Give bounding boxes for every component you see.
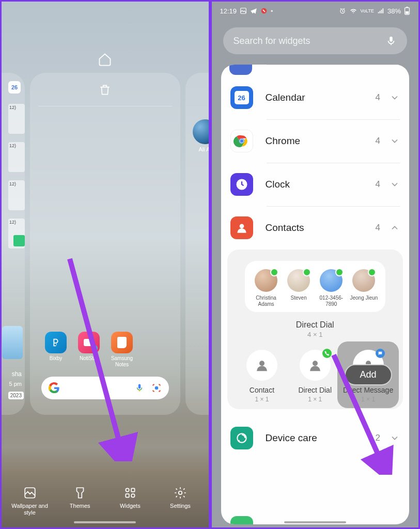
widget-row-chrome[interactable]: Chrome 4 [221, 119, 410, 163]
chevron-down-icon [390, 179, 400, 190]
dd-title: Direct Dial [234, 320, 397, 330]
weather-thumbnail [2, 326, 23, 359]
row-peek-icon [229, 65, 252, 75]
chevron-down-icon [390, 433, 400, 443]
panel-divider [38, 106, 172, 106]
tile-contact[interactable]: Contact 1 × 1 [236, 350, 289, 403]
battery-percent: 38% [387, 7, 401, 15]
calendar-day-item: 12) [8, 180, 25, 210]
right-screenshot: 12:19 • VoLTE 38% Search for widgets 26 [210, 0, 421, 529]
gear-icon [174, 486, 187, 500]
chevron-up-icon [390, 223, 400, 233]
widget-search-bar[interactable]: Search for widgets [223, 27, 408, 54]
calendar-app-icon: 26 [230, 86, 253, 109]
app-notistar[interactable]: NotiStar [74, 332, 103, 367]
tile-direct-dial[interactable]: Direct Dial 1 × 1 [288, 350, 341, 403]
app-label: Bixby [50, 355, 62, 362]
chevron-down-icon [390, 136, 400, 146]
home-panel-next[interactable]: Ali Air [185, 73, 210, 415]
svg-point-2 [154, 386, 158, 390]
calendar-event-chip [13, 235, 25, 246]
dd-contact: 012-3456-7890 [315, 269, 348, 307]
svg-point-20 [240, 139, 243, 143]
app-bixby[interactable]: Bixby [41, 332, 70, 367]
home-panel-prev[interactable]: 26 12) 12) 12) 12) sha 5 pm 2023 [0, 73, 25, 415]
search-placeholder: Search for widgets [234, 36, 310, 46]
weather-time: 5 pm [9, 381, 22, 387]
svg-point-8 [179, 491, 182, 494]
mic-icon[interactable] [385, 35, 397, 46]
direct-dial-preview[interactable]: Christina Adams Steven 012-3456-7890 Jeo… [245, 261, 386, 312]
status-bar: 12:19 • VoLTE 38% [212, 2, 419, 20]
svg-point-24 [313, 361, 318, 366]
wallpaper-style-button[interactable]: Wallpaper and style [7, 486, 53, 516]
widget-row-clock[interactable]: Clock 4 [221, 163, 410, 206]
row-peek-icon [230, 516, 253, 524]
settings-button[interactable]: Settings [158, 486, 203, 516]
contacts-app-icon [230, 216, 253, 239]
dd-contact: Jeong Jieun [348, 269, 380, 307]
dd-size: 4 × 1 [234, 331, 397, 338]
app-label: Samsung Notes [107, 355, 136, 367]
battery-icon [404, 7, 410, 15]
left-screenshot: 26 12) 12) 12) 12) sha 5 pm 2023 Bixby [0, 0, 210, 529]
google-mic-icon[interactable] [135, 383, 144, 393]
block-status-icon [260, 7, 268, 14]
weather-year: 2023 [8, 392, 24, 399]
contact-avatar [193, 119, 210, 144]
app-label: NotiStar [80, 355, 98, 362]
telegram-status-icon [250, 7, 257, 14]
calendar-day-item: 12) [8, 104, 25, 134]
samsung-notes-icon [111, 332, 133, 353]
google-search-bar[interactable] [41, 377, 169, 399]
contacts-expanded: Christina Adams Steven 012-3456-7890 Jeo… [227, 250, 403, 409]
tile-direct-message[interactable]: Add Direct Message 1 × 1 [341, 350, 395, 403]
gesture-bar[interactable] [74, 521, 136, 523]
add-button[interactable]: Add [345, 364, 392, 385]
google-lens-icon[interactable] [151, 383, 162, 393]
volte-status-icon: VoLTE [361, 9, 374, 13]
themes-icon [73, 486, 87, 500]
bixby-icon [45, 332, 67, 353]
svg-rect-17 [390, 37, 393, 42]
themes-button[interactable]: Themes [57, 486, 103, 516]
wallpaper-icon [23, 486, 37, 500]
svg-rect-5 [131, 488, 134, 492]
widget-tiles: Contact 1 × 1 Direct Dial 1 × 1 [234, 350, 397, 403]
widgets-icon [123, 486, 137, 500]
gesture-bar[interactable] [284, 521, 346, 523]
home-panel-current[interactable]: Bixby NotiStar Samsung Notes [30, 73, 180, 415]
svg-rect-16 [406, 11, 409, 14]
trash-icon[interactable] [98, 83, 112, 97]
svg-point-22 [239, 224, 244, 228]
device-care-app-icon [230, 427, 253, 449]
dd-contact: Christina Adams [250, 269, 283, 307]
notistar-icon [78, 332, 100, 353]
svg-point-23 [259, 361, 265, 366]
person-icon [246, 350, 277, 381]
svg-rect-0 [138, 384, 141, 389]
google-g-icon [49, 382, 60, 394]
widget-picker-sheet: 26 Calendar 4 Chrome 4 Clock 4 [221, 65, 410, 524]
chrome-app-icon [230, 130, 253, 152]
calendar-day-item: 12) [8, 142, 25, 172]
widgets-button[interactable]: Widgets [107, 486, 153, 516]
gallery-status-icon [240, 7, 247, 14]
calendar-badge-icon: 26 [8, 81, 21, 94]
dd-contact: Steven [283, 269, 315, 307]
weather-label: sha [12, 370, 22, 378]
svg-rect-6 [126, 494, 129, 497]
home-icon[interactable] [98, 52, 112, 67]
svg-point-4 [126, 488, 129, 492]
widget-row-device-care[interactable]: Device care 2 [221, 416, 410, 460]
person-call-icon [300, 350, 331, 381]
home-edit-toolbar: Wallpaper and style Themes Widgets Setti… [2, 486, 209, 516]
svg-point-7 [131, 494, 134, 497]
contact-name: Ali Air [185, 146, 210, 152]
app-row: Bixby NotiStar Samsung Notes [41, 332, 136, 367]
widget-row-contacts[interactable]: Contacts 4 [221, 206, 410, 250]
widget-row-calendar[interactable]: 26 Calendar 4 [221, 76, 410, 119]
clock-app-icon [230, 173, 253, 196]
app-samsung-notes[interactable]: Samsung Notes [107, 332, 136, 367]
wifi-status-icon [349, 7, 357, 14]
